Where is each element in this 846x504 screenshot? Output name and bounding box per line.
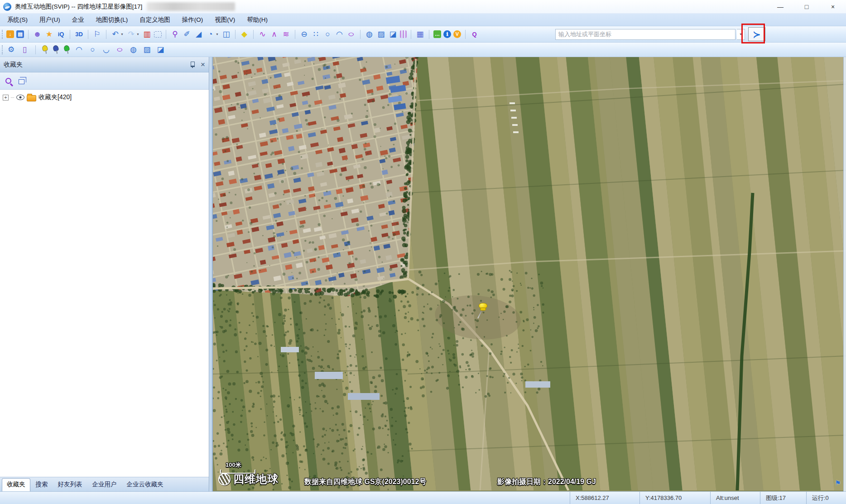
location-pin-icon[interactable]: ⚲ [170,29,180,40]
friends-icon[interactable]: ☻ [33,29,42,40]
status-zoom-level: 图级:17 [760,492,806,504]
parallel-bars-icon[interactable] [400,30,407,38]
select-rect-icon[interactable] [154,31,162,38]
level-circle-icon[interactable]: ⊖ [299,29,309,40]
favorites-panel: 收藏夹 × + 收藏夹[420] 收藏夹搜索好友列表企业用户企业云收藏夹 [0,57,209,491]
panel-search-icon[interactable] [5,78,11,84]
ellipse-icon[interactable]: ○ [344,29,359,40]
view-3d-icon[interactable]: 3D [74,29,84,40]
panel-toolbar [0,72,209,90]
panel-splitter[interactable] [209,57,213,491]
menu-item-帮助[interactable]: 帮助(H) [247,16,268,24]
menu-item-操作[interactable]: 操作(O) [182,16,203,24]
fill-circle-icon[interactable]: ◍ [365,29,374,40]
status-bar: X:588612.27 Y:4178336.70 Alt:unset 图级:17… [0,491,846,504]
address-search-input[interactable] [555,29,735,40]
menu-item-自定义地图[interactable]: 自定义地图 [139,16,170,24]
menu-item-视图[interactable]: 视图(V) [215,16,235,24]
measure-icon[interactable]: ✐ [182,29,192,40]
scale-label: 100米 [226,461,255,469]
toolbar-separator [235,30,236,39]
document-icon[interactable]: ▯ [20,44,29,55]
toolbar-grip[interactable] [2,30,4,39]
crop-map-icon[interactable]: ⚐ [92,29,102,40]
redo-caret-icon[interactable]: ▾ [136,29,140,40]
compass-caret-icon[interactable]: ▾ [215,29,219,40]
curve-icon[interactable]: ≋ [281,29,291,40]
redo-icon[interactable]: ↷ [126,29,136,40]
ellipse2-icon[interactable]: ○ [113,44,127,55]
tree-connector [11,97,14,98]
toolbar-separator [106,30,106,39]
panel-tab-5[interactable]: 企业云收藏夹 [122,479,168,491]
delete-icon[interactable]: ▥ [142,29,152,40]
scatter-points-icon[interactable]: ∷ [311,29,321,40]
panel-close-icon[interactable]: × [201,61,205,68]
draw-toolbar: ⚙▯◠○◡○◍▨◪ [0,43,846,57]
compass-icon[interactable]: ◔ [206,29,215,40]
expand-icon[interactable]: + [3,95,9,101]
arc-up-icon[interactable]: ◠ [74,44,84,55]
menu-item-地图切换[interactable]: 地图切换(L) [96,16,128,24]
arc-open-icon[interactable]: ◡ [101,44,111,55]
maximize-button[interactable]: □ [793,0,820,13]
fill-circle2-icon[interactable]: ◍ [129,44,138,55]
provider-logo-text: 四维地球 [233,472,279,486]
favorites-star-icon[interactable]: ★ [44,29,54,40]
panel-tab-1[interactable]: 收藏夹 [2,478,30,491]
panel-multiselect-icon[interactable] [19,79,24,84]
find-user-icon[interactable]: iQ [56,29,66,40]
grid-table-icon[interactable]: ▦ [415,29,425,40]
status-altitude: Alt:unset [710,492,760,504]
fill-rect-icon[interactable]: ▨ [376,29,386,40]
save-icon[interactable]: ▤ [16,30,24,38]
send-button[interactable]: ≻ [748,27,765,41]
settings-icon[interactable]: ⚙ [6,44,16,55]
arc-icon[interactable]: ◠ [335,29,344,40]
panel-tab-4[interactable]: 企业用户 [88,479,121,491]
menu-item-系统[interactable]: 系统(S) [7,16,28,24]
tag-icon[interactable]: ◆ [240,29,249,40]
undo-caret-icon[interactable]: ▾ [120,29,124,40]
map-marker-pushpin[interactable] [477,303,490,323]
search-history-caret[interactable]: ▾ [737,29,745,40]
pushpin-green-icon[interactable] [62,44,71,55]
pushpin-yellow-icon[interactable] [40,44,49,55]
panel-tabs: 收藏夹搜索好友列表企业用户企业云收藏夹 [0,477,209,491]
map-right-scrollbar[interactable] [843,57,846,491]
toolbar-grip[interactable] [2,45,4,54]
close-button[interactable]: × [820,0,846,13]
circle2-icon[interactable]: ○ [88,44,97,55]
panel-tab-2[interactable]: 搜索 [31,479,53,491]
main-toolbar-icons: ↓▤☻★iQ3D⚐↶▾↷▾▥⚲✐◢◔▾◫◆∿∧≋⊖∷○◠○◍▨◪▦…ℹVQ [6,29,479,40]
chat-icon[interactable]: … [433,30,441,38]
slope-measure-icon[interactable]: ◢ [194,29,203,40]
dock-pin-icon[interactable] [190,61,195,68]
vip-icon[interactable]: V [453,30,461,38]
pushpin-blue-icon[interactable] [51,44,60,55]
menu-item-企业[interactable]: 企业 [72,16,84,24]
application-window: { "window": { "title": "奥维互动地图(SVIP) -- … [0,0,846,504]
circle-icon[interactable]: ○ [323,29,332,40]
minimize-button[interactable]: — [767,0,793,13]
undo-icon[interactable]: ↶ [111,29,120,40]
peak-line-icon[interactable]: ∧ [269,29,279,40]
status-spacer [0,492,570,504]
fill-polygon-icon[interactable]: ◪ [388,29,398,40]
redacted-title-text [147,2,235,11]
open-file-icon[interactable]: ↓ [6,30,14,38]
toolbar-separator [465,30,466,39]
info-icon[interactable]: ℹ [443,30,451,38]
polyline-icon[interactable]: ∿ [258,29,267,40]
fill-polygon2-icon[interactable]: ◪ [156,44,165,55]
favorites-tree: + 收藏夹[420] [0,90,209,477]
satellite-map[interactable] [213,57,846,490]
panel-header: 收藏夹 × [0,57,209,72]
menu-item-用户[interactable]: 用户(U) [39,16,60,24]
tree-item-favorites-root[interactable]: + 收藏夹[420] [3,93,206,101]
fill-rect2-icon[interactable]: ▨ [142,44,152,55]
search-icon[interactable]: Q [470,29,479,40]
camera-icon[interactable]: ◫ [221,29,231,40]
visibility-eye-icon[interactable] [16,95,24,100]
panel-tab-3[interactable]: 好友列表 [53,479,87,491]
